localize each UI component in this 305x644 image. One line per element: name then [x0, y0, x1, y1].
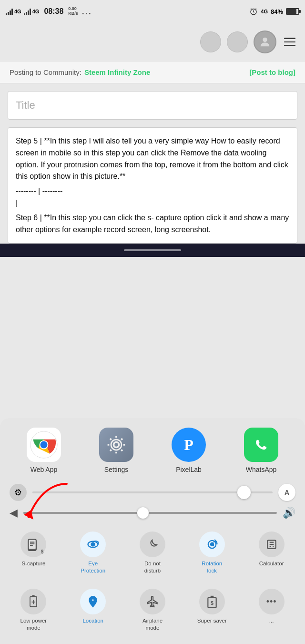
battery-percent: 84% — [271, 8, 283, 15]
do-not-disturb-icon — [140, 532, 165, 557]
mute-icon[interactable]: ◀ — [10, 507, 18, 519]
pixellab-app-icon: P — [172, 428, 206, 462]
eye-protection-icon — [80, 532, 106, 557]
super-saver-icon: $ — [199, 589, 225, 614]
svg-point-16 — [211, 543, 214, 546]
pixellab-app-label: PixelLab — [176, 466, 202, 473]
content-divider: -------- | -------- — [16, 185, 289, 197]
speaker-icon[interactable]: 🔊 — [283, 507, 295, 519]
do-not-disturb-label: Do notdisturb — [144, 560, 161, 574]
volume-slider[interactable] — [23, 512, 277, 514]
user-avatar[interactable] — [254, 31, 276, 53]
svg-point-14 — [92, 543, 95, 546]
low-power-label: Low powermode — [20, 617, 47, 632]
bottom-nav-bar — [0, 244, 305, 257]
s-capture-label: S-capture — [21, 560, 45, 567]
pixellab-icon-letter: P — [184, 436, 193, 454]
status-bar: 4G 4G 08:38 0.00 KB/s ... 4G 84% — [0, 0, 305, 23]
content-cursor-line: | — [16, 197, 289, 209]
qs-eye-protection[interactable]: EyeProtection — [63, 527, 123, 579]
svg-point-5 — [41, 441, 48, 449]
settings-app-label: Settings — [104, 466, 129, 473]
auto-brightness-button[interactable]: A — [278, 484, 295, 501]
s-capture-icon: $ — [20, 532, 46, 557]
status-right: 4G 84% — [249, 7, 299, 16]
location-icon — [80, 589, 106, 614]
qs-low-power[interactable]: Low powermode — [4, 584, 63, 636]
title-input-container[interactable]: Title — [8, 91, 297, 120]
airplane-mode-icon — [140, 589, 165, 614]
svg-point-1 — [263, 38, 267, 42]
location-label: Location — [82, 617, 103, 624]
brightness-slider[interactable] — [32, 491, 273, 493]
status-time: 08:38 — [44, 7, 63, 16]
community-name[interactable]: Steem Infinity Zone — [84, 68, 150, 76]
status-dots: ... — [82, 7, 92, 17]
network-badge: 4G — [261, 9, 268, 14]
svg-point-6 — [114, 442, 119, 448]
gear-icon: ⚙ — [14, 487, 22, 498]
whatsapp-app-label: WhatsApp — [246, 466, 277, 473]
qs-calculator[interactable]: Calculator — [242, 527, 301, 579]
signal-bars-1 — [6, 8, 13, 15]
nav-menu-button[interactable] — [282, 36, 297, 48]
super-saver-label: Super saver — [197, 617, 227, 624]
brightness-settings-icon[interactable]: ⚙ — [10, 484, 27, 501]
qs-airplane-mode[interactable]: Airplanemode — [123, 584, 183, 636]
nav-circle-1[interactable] — [200, 31, 221, 52]
content-text: Step 5 | **In this step I will also tell… — [16, 135, 289, 183]
status-left: 4G 4G 08:38 0.00 KB/s ... — [6, 7, 92, 17]
svg-text:$: $ — [211, 600, 214, 606]
rotation-lock-icon — [199, 532, 225, 557]
app-item-pixellab[interactable]: P PixelLab — [160, 428, 217, 473]
volume-row: ◀ 🔊 — [0, 504, 305, 522]
qs-super-saver[interactable]: $ Super saver — [182, 584, 242, 636]
more-dots: ••• — [266, 597, 277, 607]
community-bar: Posting to Community: Steem Infinity Zon… — [0, 61, 305, 83]
title-placeholder: Title — [16, 99, 35, 111]
alarm-icon — [249, 7, 258, 16]
bottom-indicator — [124, 249, 181, 251]
eye-protection-label: EyeProtection — [81, 560, 105, 574]
quick-share-panel: Web App Settings P PixelLab — [0, 418, 305, 644]
nav-circle-2[interactable] — [227, 31, 248, 52]
calculator-label: Calculator — [259, 560, 284, 567]
qs-rotation-lock[interactable]: Rotationlock — [182, 527, 242, 579]
low-power-icon — [20, 589, 46, 614]
app-row: Web App Settings P PixelLab — [0, 428, 305, 481]
web-app-icon — [27, 428, 61, 462]
calculator-icon — [259, 532, 285, 557]
qs-s-capture[interactable]: $ S-capture — [4, 527, 63, 579]
more-icon: ••• — [259, 589, 285, 614]
qs-more[interactable]: ••• ... — [242, 584, 301, 636]
app-item-web-app[interactable]: Web App — [15, 428, 72, 473]
quick-settings-row2: Low powermode Location Airplanemode — [0, 584, 305, 644]
airplane-mode-label: Airplanemode — [142, 617, 163, 632]
rotation-lock-label: Rotationlock — [202, 560, 222, 574]
whatsapp-app-icon — [244, 428, 278, 462]
web-app-label: Web App — [30, 466, 58, 473]
battery-icon — [286, 8, 299, 15]
post-to-blog-link[interactable]: [Post to blog] — [249, 68, 295, 76]
signal-bars-2 — [24, 8, 31, 15]
brightness-row: ⚙ A — [0, 481, 305, 504]
network-type-1: 4G — [14, 9, 21, 14]
qs-location[interactable]: Location — [63, 584, 123, 636]
content-step6: Step 6 | **In this step you can click th… — [16, 212, 289, 236]
community-prefix: Posting to Community: — [10, 68, 81, 76]
svg-point-26 — [92, 599, 94, 601]
top-nav — [0, 23, 305, 61]
network-type-2: 4G — [32, 9, 40, 14]
settings-app-icon — [99, 428, 133, 462]
app-item-whatsapp[interactable]: WhatsApp — [233, 428, 290, 473]
quick-settings-row1: $ S-capture EyeProtection Do notdis — [0, 522, 305, 584]
more-label: ... — [269, 617, 274, 624]
app-item-settings[interactable]: Settings — [88, 428, 145, 473]
svg-rect-9 — [29, 540, 36, 550]
content-editor[interactable]: Step 5 | **In this step I will also tell… — [8, 127, 297, 244]
data-speed: 0.00 KB/s — [68, 7, 78, 16]
auto-label: A — [285, 489, 289, 496]
qs-do-not-disturb[interactable]: Do notdisturb — [123, 527, 183, 579]
